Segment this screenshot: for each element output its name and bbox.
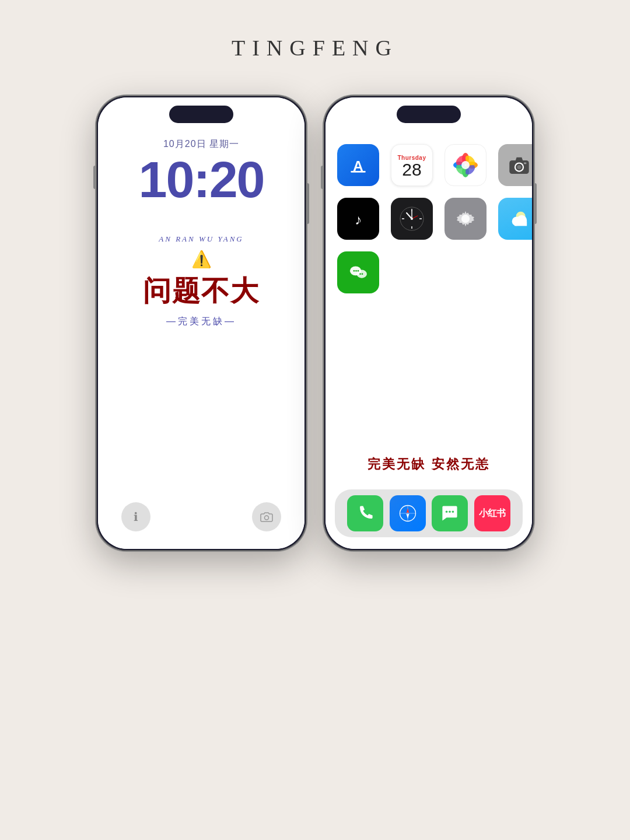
svg-point-43 (446, 511, 448, 513)
brand-title: TINGFENG (232, 35, 398, 61)
svg-rect-30 (514, 221, 527, 226)
left-phone: 10月20日 星期一 10:20 AN RAN WU YANG ⚠️ 问题不大 … (96, 96, 306, 551)
lock-subtitle: —完美无缺— (166, 316, 236, 328)
svg-point-34 (355, 270, 357, 272)
app-grid: A Thursday 28 (326, 132, 532, 299)
lock-warning: ⚠️ (191, 250, 212, 269)
lockscreen: 10月20日 星期一 10:20 AN RAN WU YANG ⚠️ 问题不大 … (98, 97, 304, 549)
lock-slogan-top: AN RAN WU YANG (159, 235, 243, 244)
notch-left (169, 106, 233, 123)
settings-icon[interactable] (444, 198, 487, 240)
svg-rect-15 (524, 163, 526, 164)
svg-point-36 (359, 273, 361, 275)
safari-dock-icon[interactable] (390, 495, 426, 531)
wechat-icon[interactable] (337, 251, 379, 293)
clock-icon[interactable] (391, 198, 433, 240)
svg-point-44 (449, 511, 451, 513)
lock-headline: 问题不大 (143, 272, 260, 310)
dock: 小红书 (335, 489, 523, 537)
xiaohongshu-dock-icon[interactable]: 小红书 (474, 495, 510, 531)
phones-container: 10月20日 星期一 10:20 AN RAN WU YANG ⚠️ 问题不大 … (96, 96, 534, 551)
svg-point-25 (411, 218, 413, 220)
lock-camera-button[interactable] (252, 502, 281, 531)
camera-icon[interactable] (498, 144, 532, 186)
photos-icon[interactable] (444, 144, 487, 186)
xiaohongshu-label: 小红书 (479, 508, 505, 520)
svg-point-35 (358, 270, 359, 272)
svg-text:♪: ♪ (355, 212, 362, 228)
homescreen: A Thursday 28 (326, 97, 532, 549)
svg-point-14 (517, 165, 521, 169)
svg-point-33 (354, 270, 355, 272)
messages-dock-icon[interactable] (432, 495, 468, 531)
lock-date: 10月20日 星期一 (163, 138, 239, 150)
svg-point-37 (362, 273, 363, 275)
lock-time: 10:20 (138, 154, 264, 205)
notch-right (397, 106, 461, 123)
svg-point-45 (452, 511, 454, 513)
home-motto: 完美无缺 安然无恙 (326, 456, 532, 473)
right-phone: A Thursday 28 (324, 96, 534, 551)
lock-bottom-bar: ℹ (98, 502, 304, 531)
svg-point-0 (265, 516, 269, 520)
calendar-widget[interactable]: Thursday 28 (391, 144, 433, 186)
appstore-icon[interactable]: A (337, 144, 379, 186)
lock-info-button[interactable]: ℹ (121, 502, 150, 531)
weather-icon[interactable] (498, 198, 532, 240)
phone-dock-icon[interactable] (347, 495, 383, 531)
svg-point-11 (461, 161, 470, 169)
tiktok-icon[interactable]: ♪ (337, 198, 379, 240)
